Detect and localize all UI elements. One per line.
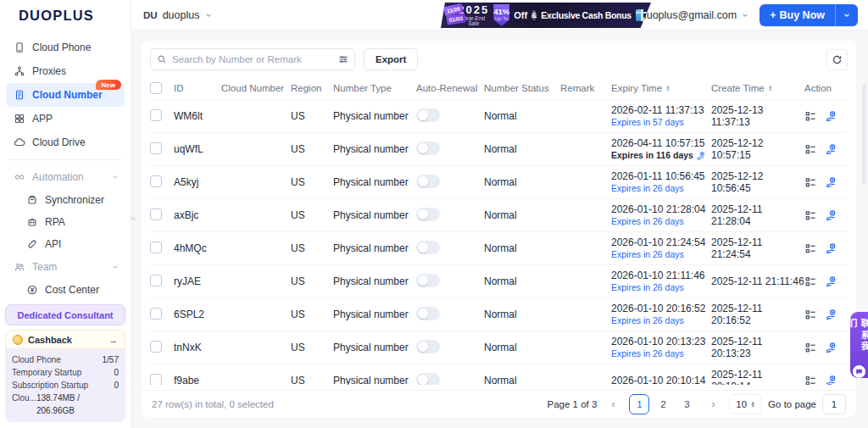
export-button[interactable]: Export	[364, 48, 418, 70]
row-checkbox[interactable]	[150, 175, 162, 187]
sidebar-item-synchronizer[interactable]: Synchronizer	[6, 189, 125, 211]
auto-renewal-toggle[interactable]	[416, 241, 440, 254]
details-icon[interactable]	[804, 342, 817, 354]
auto-renewal-toggle[interactable]	[416, 340, 440, 353]
page-button-3[interactable]: 3	[676, 394, 697, 414]
page-button-2[interactable]: 2	[653, 394, 673, 414]
row-checkbox[interactable]	[150, 341, 162, 353]
cashback-button[interactable]: Cashback →	[5, 330, 125, 349]
row-checkbox[interactable]	[150, 208, 162, 220]
sidebar-item-app[interactable]: APP	[6, 107, 125, 131]
page-size-select[interactable]: 10 ▲▼	[729, 394, 762, 414]
promo-banner[interactable]: 11/28 01/03 2025 Year-End Sale 41% Up To…	[441, 3, 651, 28]
auto-renewal-toggle[interactable]	[416, 142, 440, 155]
details-icon[interactable]	[804, 209, 817, 222]
details-icon[interactable]	[804, 308, 817, 321]
workspace-switcher[interactable]: DU duoplus	[143, 9, 213, 21]
sidebar-item-label: Cloud Number	[32, 89, 103, 101]
auto-renewal-toggle[interactable]	[416, 373, 440, 386]
sidebar-item-automation[interactable]: Automation	[6, 165, 125, 189]
buy-now-label: Buy Now	[780, 9, 825, 21]
account-email: duoplus@gmail.com	[641, 9, 737, 21]
goto-page-input[interactable]	[822, 394, 846, 414]
sidebar-item-team[interactable]: Team	[6, 255, 125, 279]
row-checkbox[interactable]	[150, 109, 162, 121]
page-button-1[interactable]: 1	[629, 394, 649, 414]
buy-now-button[interactable]: + Buy Now	[760, 4, 835, 26]
buy-now-dropdown[interactable]	[835, 4, 858, 26]
cell-create-time: 2025-12-11 21:24:54	[711, 236, 804, 260]
details-icon[interactable]	[804, 143, 817, 156]
cell-region: US	[291, 209, 333, 221]
filter-icon[interactable]	[338, 54, 348, 64]
promo-ampersand-badge: &	[531, 10, 537, 20]
sidebar-item-cloud-phone[interactable]: Cloud Phone	[6, 36, 125, 59]
promo-up-to: Up To	[493, 16, 509, 21]
auto-renewal-toggle[interactable]	[416, 175, 440, 188]
renew-icon[interactable]	[825, 275, 837, 288]
workspace-name: duoplus	[163, 9, 200, 21]
expiry-note: Expires in 26 days	[611, 183, 711, 194]
prev-page-button[interactable]: ‹	[603, 394, 623, 414]
renew-icon[interactable]	[825, 342, 837, 354]
auto-renewal-toggle[interactable]	[416, 108, 440, 122]
sidebar-item-cost-center[interactable]: Cost Center	[6, 279, 125, 301]
renew-icon[interactable]	[825, 143, 837, 156]
sidebar-collapse-icon[interactable]: «	[131, 214, 136, 223]
table-row[interactable]: ryJAEUSPhysical numberNormal2026-01-10 2…	[150, 264, 848, 297]
col-create-time[interactable]: Create Time▲▼	[711, 83, 804, 93]
row-checkbox[interactable]	[150, 142, 162, 154]
select-all-checkbox[interactable]	[150, 82, 162, 94]
sidebar-item-api[interactable]: API	[6, 233, 125, 255]
refresh-button[interactable]	[826, 49, 848, 70]
contact-us-tab[interactable]: 联系我们	[850, 312, 868, 378]
expiry-note: Expires in 26 days	[611, 249, 711, 260]
col-expiry-time[interactable]: Expiry Time▲▼	[611, 83, 711, 93]
sidebar-item-cloud-drive[interactable]: Cloud Drive	[6, 131, 125, 154]
details-icon[interactable]	[804, 110, 817, 123]
next-page-button[interactable]: ›	[703, 394, 723, 414]
renew-icon[interactable]	[825, 110, 837, 123]
proxies-icon	[14, 65, 25, 77]
scrollbar-thumb[interactable]	[862, 83, 866, 185]
account-menu[interactable]: duoplus@gmail.com	[641, 9, 749, 21]
details-icon[interactable]	[804, 176, 817, 189]
cell-region: US	[291, 176, 333, 188]
page-buttons: 123	[629, 394, 697, 414]
sidebar-item-label: RPA	[45, 216, 65, 228]
sidebar-item-rpa[interactable]: RPA	[6, 211, 125, 233]
cell-number-type: Physical number	[333, 275, 416, 287]
row-checkbox[interactable]	[150, 242, 162, 253]
table-row[interactable]: WM6ltUSPhysical numberNormal2026-02-11 1…	[150, 99, 848, 132]
table-row[interactable]: 4hMQcUSPhysical numberNormal2026-01-10 2…	[150, 231, 848, 264]
renew-icon[interactable]	[825, 375, 837, 386]
row-checkbox[interactable]	[150, 308, 162, 320]
details-icon[interactable]	[804, 275, 817, 288]
renew-icon[interactable]	[825, 242, 837, 255]
pagination-controls: Page 1 of 3 ‹ 123 › 10 ▲▼ Go to page	[548, 394, 846, 414]
details-icon[interactable]	[804, 242, 817, 255]
table-row[interactable]: 6SPL2USPhysical numberNormal2026-01-10 2…	[150, 297, 848, 331]
table-row[interactable]: uqWfLUSPhysical numberNormal2026-04-11 1…	[150, 132, 848, 165]
details-icon[interactable]	[804, 375, 817, 386]
renew-icon[interactable]	[825, 209, 837, 222]
cell-create-time: 2025-12-12 10:56:45	[711, 170, 804, 194]
row-checkbox[interactable]	[150, 275, 162, 286]
dedicated-consultant-button[interactable]: Dedicated Consultant	[5, 304, 125, 325]
renew-icon[interactable]	[825, 308, 837, 321]
consultant-label: Dedicated Consultant	[17, 310, 113, 320]
cloud-number-icon	[14, 89, 25, 101]
table-row[interactable]: f9abeUSPhysical numberNormal2026-01-10 2…	[150, 364, 848, 385]
main-area: Export ID Cloud Number Region Number Typ…	[131, 31, 868, 428]
cell-number-status: Normal	[484, 375, 560, 385]
renew-icon[interactable]	[825, 176, 837, 189]
table-row[interactable]: tnNxKUSPhysical numberNormal2026-01-10 2…	[150, 331, 848, 364]
table-row[interactable]: axBjcUSPhysical numberNormal2026-01-10 2…	[150, 198, 848, 231]
sidebar-item-cloud-number[interactable]: Cloud NumberNew	[6, 83, 125, 107]
auto-renewal-toggle[interactable]	[416, 274, 440, 287]
table-row[interactable]: A5kyjUSPhysical numberNormal2026-01-11 1…	[150, 165, 848, 198]
row-checkbox[interactable]	[150, 374, 162, 386]
auto-renewal-toggle[interactable]	[416, 307, 440, 320]
search-input[interactable]	[172, 54, 333, 64]
auto-renewal-toggle[interactable]	[416, 208, 440, 221]
